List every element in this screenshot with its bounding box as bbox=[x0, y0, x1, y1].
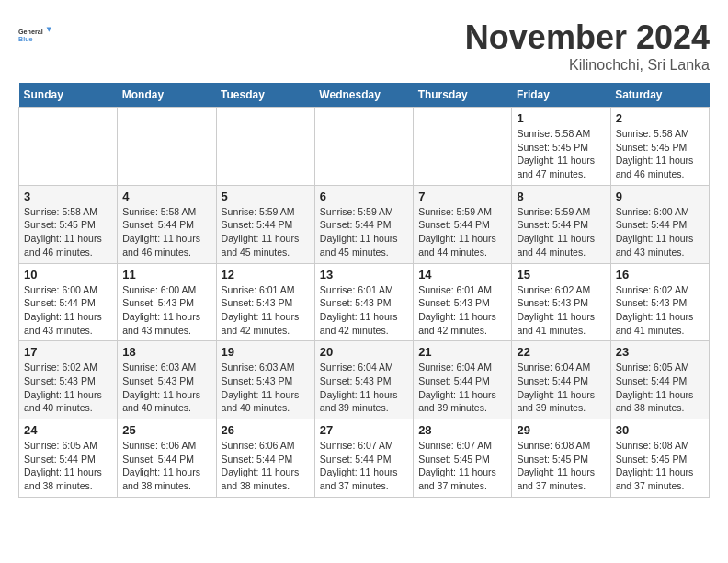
day-1: 1Sunrise: 5:58 AM Sunset: 5:45 PM Daylig… bbox=[512, 108, 610, 186]
day-20: 20Sunrise: 6:04 AM Sunset: 5:43 PM Dayli… bbox=[314, 341, 413, 419]
day-info: Sunrise: 6:02 AM Sunset: 5:43 PM Dayligh… bbox=[24, 361, 112, 415]
day-number: 7 bbox=[418, 190, 506, 203]
day-info: Sunrise: 5:59 AM Sunset: 5:44 PM Dayligh… bbox=[517, 205, 605, 259]
weekday-header-row: SundayMondayTuesdayWednesdayThursdayFrid… bbox=[19, 83, 710, 108]
day-number: 16 bbox=[616, 268, 704, 282]
title-block: November 2024 Kilinochchi, Sri Lanka bbox=[465, 18, 710, 74]
day-number: 13 bbox=[320, 268, 408, 282]
day-info: Sunrise: 6:03 AM Sunset: 5:43 PM Dayligh… bbox=[122, 361, 210, 415]
day-14: 14Sunrise: 6:01 AM Sunset: 5:43 PM Dayli… bbox=[414, 263, 512, 341]
header-wednesday: Wednesday bbox=[314, 83, 413, 108]
day-5: 5Sunrise: 5:59 AM Sunset: 5:44 PM Daylig… bbox=[216, 185, 314, 263]
day-8: 8Sunrise: 5:59 AM Sunset: 5:44 PM Daylig… bbox=[512, 185, 610, 263]
day-info: Sunrise: 6:08 AM Sunset: 5:45 PM Dayligh… bbox=[517, 439, 605, 493]
day-info: Sunrise: 6:01 AM Sunset: 5:43 PM Dayligh… bbox=[320, 283, 408, 338]
day-info: Sunrise: 6:07 AM Sunset: 5:45 PM Dayligh… bbox=[418, 439, 506, 493]
day-number: 2 bbox=[616, 111, 704, 125]
day-info: Sunrise: 6:02 AM Sunset: 5:43 PM Dayligh… bbox=[616, 283, 704, 338]
day-10: 10Sunrise: 6:00 AM Sunset: 5:44 PM Dayli… bbox=[19, 263, 118, 341]
day-info: Sunrise: 6:05 AM Sunset: 5:44 PM Dayligh… bbox=[616, 361, 704, 415]
day-27: 27Sunrise: 6:07 AM Sunset: 5:44 PM Dayli… bbox=[314, 419, 413, 498]
day-2: 2Sunrise: 5:58 AM Sunset: 5:45 PM Daylig… bbox=[610, 108, 709, 186]
day-number: 25 bbox=[122, 423, 210, 437]
month-title: November 2024 bbox=[465, 18, 710, 57]
svg-marker-2 bbox=[47, 27, 51, 31]
day-info: Sunrise: 5:58 AM Sunset: 5:45 PM Dayligh… bbox=[24, 205, 112, 259]
day-number: 24 bbox=[24, 423, 112, 437]
day-info: Sunrise: 6:00 AM Sunset: 5:44 PM Dayligh… bbox=[24, 283, 112, 338]
calendar-table: SundayMondayTuesdayWednesdayThursdayFrid… bbox=[18, 83, 710, 498]
logo: General Blue bbox=[18, 18, 51, 52]
day-number: 19 bbox=[222, 345, 310, 359]
day-23: 23Sunrise: 6:05 AM Sunset: 5:44 PM Dayli… bbox=[610, 341, 709, 419]
day-4: 4Sunrise: 5:58 AM Sunset: 5:44 PM Daylig… bbox=[118, 185, 216, 263]
day-11: 11Sunrise: 6:00 AM Sunset: 5:43 PM Dayli… bbox=[118, 263, 216, 341]
week-row-2: 3Sunrise: 5:58 AM Sunset: 5:45 PM Daylig… bbox=[19, 185, 710, 263]
day-24: 24Sunrise: 6:05 AM Sunset: 5:44 PM Dayli… bbox=[19, 419, 118, 498]
day-7: 7Sunrise: 5:59 AM Sunset: 5:44 PM Daylig… bbox=[414, 185, 512, 263]
day-number: 23 bbox=[616, 345, 704, 359]
header-sunday: Sunday bbox=[19, 83, 118, 108]
day-number: 20 bbox=[320, 345, 408, 359]
day-info: Sunrise: 6:02 AM Sunset: 5:43 PM Dayligh… bbox=[517, 283, 605, 338]
empty-cell bbox=[19, 108, 118, 186]
day-number: 8 bbox=[517, 190, 605, 203]
day-18: 18Sunrise: 6:03 AM Sunset: 5:43 PM Dayli… bbox=[118, 341, 216, 419]
page-header: General Blue November 2024 Kilinochchi, … bbox=[18, 18, 710, 74]
day-number: 3 bbox=[24, 190, 112, 203]
day-3: 3Sunrise: 5:58 AM Sunset: 5:45 PM Daylig… bbox=[19, 185, 118, 263]
day-number: 28 bbox=[418, 423, 506, 437]
week-row-3: 10Sunrise: 6:00 AM Sunset: 5:44 PM Dayli… bbox=[19, 263, 710, 341]
day-9: 9Sunrise: 6:00 AM Sunset: 5:44 PM Daylig… bbox=[610, 185, 709, 263]
day-number: 1 bbox=[517, 111, 605, 125]
day-16: 16Sunrise: 6:02 AM Sunset: 5:43 PM Dayli… bbox=[610, 263, 709, 341]
day-info: Sunrise: 6:03 AM Sunset: 5:43 PM Dayligh… bbox=[222, 361, 310, 415]
day-info: Sunrise: 5:59 AM Sunset: 5:44 PM Dayligh… bbox=[222, 205, 310, 259]
day-30: 30Sunrise: 6:08 AM Sunset: 5:45 PM Dayli… bbox=[610, 419, 709, 498]
day-17: 17Sunrise: 6:02 AM Sunset: 5:43 PM Dayli… bbox=[19, 341, 118, 419]
day-info: Sunrise: 5:59 AM Sunset: 5:44 PM Dayligh… bbox=[320, 205, 408, 259]
logo-icon: General Blue bbox=[18, 18, 51, 52]
day-number: 10 bbox=[24, 268, 112, 282]
day-15: 15Sunrise: 6:02 AM Sunset: 5:43 PM Dayli… bbox=[512, 263, 610, 341]
day-number: 21 bbox=[418, 345, 506, 359]
day-number: 26 bbox=[222, 423, 310, 437]
day-info: Sunrise: 6:06 AM Sunset: 5:44 PM Dayligh… bbox=[122, 439, 210, 493]
day-info: Sunrise: 5:58 AM Sunset: 5:45 PM Dayligh… bbox=[616, 127, 704, 181]
day-info: Sunrise: 6:01 AM Sunset: 5:43 PM Dayligh… bbox=[418, 283, 506, 338]
day-info: Sunrise: 6:08 AM Sunset: 5:45 PM Dayligh… bbox=[616, 439, 704, 493]
day-info: Sunrise: 5:59 AM Sunset: 5:44 PM Dayligh… bbox=[418, 205, 506, 259]
day-info: Sunrise: 6:04 AM Sunset: 5:44 PM Dayligh… bbox=[517, 361, 605, 415]
day-number: 4 bbox=[122, 190, 210, 203]
header-monday: Monday bbox=[118, 83, 216, 108]
day-info: Sunrise: 6:06 AM Sunset: 5:44 PM Dayligh… bbox=[222, 439, 310, 493]
empty-cell bbox=[314, 108, 413, 186]
day-19: 19Sunrise: 6:03 AM Sunset: 5:43 PM Dayli… bbox=[216, 341, 314, 419]
day-number: 15 bbox=[517, 268, 605, 282]
empty-cell bbox=[216, 108, 314, 186]
day-info: Sunrise: 6:04 AM Sunset: 5:44 PM Dayligh… bbox=[418, 361, 506, 415]
header-tuesday: Tuesday bbox=[216, 83, 314, 108]
day-number: 5 bbox=[222, 190, 310, 203]
day-number: 17 bbox=[24, 345, 112, 359]
day-28: 28Sunrise: 6:07 AM Sunset: 5:45 PM Dayli… bbox=[414, 419, 512, 498]
day-info: Sunrise: 6:05 AM Sunset: 5:44 PM Dayligh… bbox=[24, 439, 112, 493]
day-number: 9 bbox=[616, 190, 704, 203]
day-number: 27 bbox=[320, 423, 408, 437]
header-saturday: Saturday bbox=[610, 83, 709, 108]
week-row-1: 1Sunrise: 5:58 AM Sunset: 5:45 PM Daylig… bbox=[19, 108, 710, 186]
day-number: 6 bbox=[320, 190, 408, 203]
day-info: Sunrise: 5:58 AM Sunset: 5:44 PM Dayligh… bbox=[122, 205, 210, 259]
header-friday: Friday bbox=[512, 83, 610, 108]
week-row-5: 24Sunrise: 6:05 AM Sunset: 5:44 PM Dayli… bbox=[19, 419, 710, 498]
day-21: 21Sunrise: 6:04 AM Sunset: 5:44 PM Dayli… bbox=[414, 341, 512, 419]
header-thursday: Thursday bbox=[414, 83, 512, 108]
day-25: 25Sunrise: 6:06 AM Sunset: 5:44 PM Dayli… bbox=[118, 419, 216, 498]
day-22: 22Sunrise: 6:04 AM Sunset: 5:44 PM Dayli… bbox=[512, 341, 610, 419]
svg-text:Blue: Blue bbox=[18, 35, 33, 43]
day-6: 6Sunrise: 5:59 AM Sunset: 5:44 PM Daylig… bbox=[314, 185, 413, 263]
day-number: 30 bbox=[616, 423, 704, 437]
day-29: 29Sunrise: 6:08 AM Sunset: 5:45 PM Dayli… bbox=[512, 419, 610, 498]
day-13: 13Sunrise: 6:01 AM Sunset: 5:43 PM Dayli… bbox=[314, 263, 413, 341]
svg-text:General: General bbox=[18, 28, 43, 36]
